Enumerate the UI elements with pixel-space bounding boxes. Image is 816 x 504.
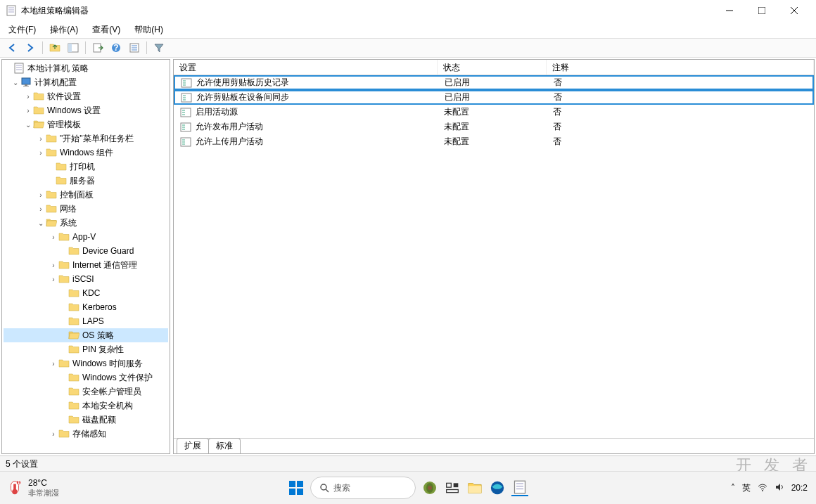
chevron-right-icon[interactable]: ›: [49, 276, 58, 283]
properties-button[interactable]: [127, 40, 142, 56]
menu-action[interactable]: 操作(A): [47, 22, 81, 37]
tree-start-taskbar[interactable]: ›"开始"菜单和任务栏: [4, 131, 168, 146]
tree-disk-quota[interactable]: 磁盘配额: [4, 413, 168, 427]
tree-storage-sense[interactable]: ›存储感知: [4, 427, 168, 441]
taskbar-edge[interactable]: [489, 479, 506, 496]
chevron-right-icon[interactable]: ›: [36, 149, 46, 157]
up-button[interactable]: [47, 40, 63, 56]
row-note: 否: [548, 76, 812, 89]
menu-file[interactable]: 文件(F): [6, 22, 39, 37]
tree-pin-complexity[interactable]: PIN 复杂性: [4, 342, 168, 356]
chevron-right-icon[interactable]: ›: [23, 107, 33, 115]
tree-kdc[interactable]: KDC: [4, 286, 168, 300]
taskbar-task-view[interactable]: [444, 479, 461, 496]
tree-iscsi[interactable]: ›iSCSI: [4, 272, 168, 286]
list-row[interactable]: 允许上传用户活动未配置否: [174, 134, 814, 149]
filter-button[interactable]: [151, 40, 167, 56]
forward-button[interactable]: [23, 40, 38, 56]
app-icon: [6, 5, 17, 16]
row-setting: 允许剪贴板在设备间同步: [196, 91, 289, 103]
svg-point-33: [321, 484, 326, 490]
row-note: 否: [547, 120, 813, 134]
setting-item-icon: [181, 92, 192, 103]
show-hide-tree-button[interactable]: [65, 40, 81, 56]
tree-kerberos[interactable]: Kerberos: [4, 300, 168, 314]
window-title: 本地组策略编辑器: [21, 5, 713, 17]
list-body[interactable]: 允许使用剪贴板历史记录已启用否允许剪贴板在设备间同步已启用否启用活动源未配置否允…: [174, 75, 814, 438]
tree-control-panel[interactable]: ›控制面板: [4, 188, 168, 202]
tray-volume-icon[interactable]: [774, 482, 784, 494]
tree-computer-config[interactable]: ⌄计算机配置: [4, 75, 168, 89]
tree-os-policy[interactable]: OS 策略: [4, 328, 168, 342]
menu-help[interactable]: 帮助(H): [132, 22, 166, 37]
tree-internet-comm[interactable]: ›Internet 通信管理: [4, 258, 168, 272]
chevron-right-icon[interactable]: ›: [36, 135, 46, 143]
tree-win-file-protect[interactable]: Windows 文件保护: [4, 370, 168, 385]
back-button[interactable]: [4, 40, 20, 56]
row-status: 未配置: [438, 120, 547, 134]
export-button[interactable]: [90, 40, 106, 56]
taskbar-weather[interactable]: 1 28°C 非常潮湿: [0, 479, 59, 496]
menu-view[interactable]: 查看(V): [89, 22, 123, 37]
tree-laps[interactable]: LAPS: [4, 314, 168, 328]
close-button[interactable]: [778, 0, 810, 21]
tree-device-guard[interactable]: Device Guard: [4, 244, 168, 258]
tab-extended[interactable]: 扩展: [177, 438, 209, 453]
search-box[interactable]: 搜索: [310, 477, 416, 499]
list-row[interactable]: 启用活动源未配置否: [174, 105, 814, 119]
tray-wifi-icon[interactable]: [758, 482, 767, 494]
list-row[interactable]: 允许使用剪贴板历史记录已启用否: [174, 75, 814, 90]
tab-standard[interactable]: 标准: [208, 438, 241, 453]
panel-tabs: 扩展 标准: [174, 438, 814, 453]
tree-local-sec-auth[interactable]: 本地安全机构: [4, 399, 168, 413]
chevron-down-icon[interactable]: ⌄: [36, 219, 46, 227]
chevron-right-icon[interactable]: ›: [49, 360, 58, 368]
row-setting: 允许使用剪贴板历史记录: [196, 77, 289, 89]
maximize-button[interactable]: [746, 0, 778, 21]
chevron-down-icon[interactable]: ⌄: [11, 79, 20, 86]
col-header-note[interactable]: 注释: [547, 60, 814, 75]
tree-win-time[interactable]: ›Windows 时间服务: [4, 356, 168, 370]
tree-network[interactable]: ›网络: [4, 202, 168, 216]
list-row[interactable]: 允许发布用户活动未配置否: [174, 119, 814, 134]
tray-chevron-icon[interactable]: ˄: [731, 483, 735, 493]
chevron-right-icon[interactable]: ›: [49, 430, 58, 438]
chevron-right-icon[interactable]: ›: [36, 205, 46, 213]
tree-windows-components[interactable]: ›Windows 组件: [4, 146, 168, 160]
taskbar-app-1[interactable]: [421, 479, 438, 496]
setting-item-icon: [181, 77, 192, 89]
taskbar-gpedit[interactable]: [511, 479, 528, 496]
help-button[interactable]: ?: [108, 40, 124, 56]
tree-appv[interactable]: ›App-V: [4, 230, 168, 244]
chevron-right-icon[interactable]: ›: [49, 233, 58, 241]
row-note: 否: [548, 91, 812, 104]
taskbar: 1 28°C 非常潮湿 搜索 ˄ 英 20:2: [0, 471, 816, 504]
row-status: 已启用: [439, 76, 548, 89]
search-icon: [319, 483, 329, 493]
tree-printers[interactable]: 打印机: [4, 160, 168, 174]
chevron-right-icon[interactable]: ›: [23, 93, 33, 101]
tray-time[interactable]: 20:2: [791, 483, 808, 493]
tree-sec-account-mgr[interactable]: 安全帐户管理员: [4, 385, 168, 399]
taskbar-explorer[interactable]: [466, 479, 483, 496]
chevron-right-icon[interactable]: ›: [49, 261, 58, 269]
svg-rect-40: [447, 490, 459, 493]
col-header-status[interactable]: 状态: [438, 60, 547, 75]
tree-software-settings[interactable]: ›软件设置: [4, 89, 168, 103]
tree-panel[interactable]: 本地计算机 策略 ⌄计算机配置 ›软件设置 ›Windows 设置 ⌄管理模板 …: [1, 59, 170, 454]
svg-point-37: [428, 486, 432, 490]
list-row[interactable]: 允许剪贴板在设备间同步已启用否: [174, 90, 814, 105]
tray-lang[interactable]: 英: [742, 482, 751, 494]
svg-rect-30: [297, 481, 303, 487]
col-header-setting[interactable]: 设置: [174, 60, 438, 75]
chevron-right-icon[interactable]: ›: [36, 191, 46, 199]
tree-windows-settings[interactable]: ›Windows 设置: [4, 103, 168, 117]
tree-root[interactable]: 本地计算机 策略: [4, 61, 168, 75]
tree-server[interactable]: 服务器: [4, 174, 168, 188]
tree-admin-templates[interactable]: ⌄管理模板: [4, 117, 168, 131]
chevron-down-icon[interactable]: ⌄: [23, 121, 33, 129]
minimize-button[interactable]: [713, 0, 746, 21]
weather-desc: 非常潮湿: [28, 489, 59, 497]
start-button[interactable]: [288, 479, 305, 496]
tree-system[interactable]: ⌄系统: [4, 216, 168, 230]
